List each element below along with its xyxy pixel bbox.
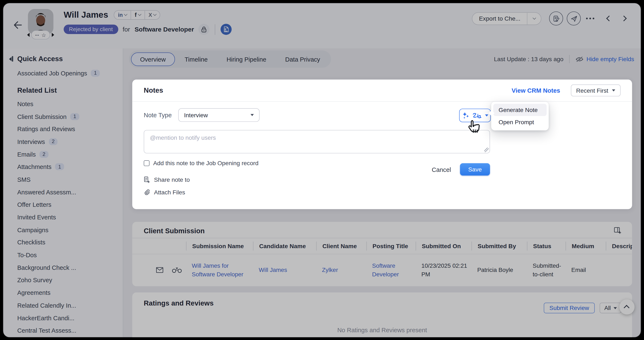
medium-cell: Email [566, 263, 606, 277]
column-header: Posting Title [366, 241, 416, 250]
x-button[interactable]: X [144, 10, 160, 19]
sidebar-item-answered-assessments[interactable]: Answered Assessm... [17, 186, 119, 198]
ratings-reviews-section: Ratings and Reviews Submit Review All No… [132, 292, 632, 337]
export-caret-button[interactable] [527, 13, 541, 24]
tabs: Overview Timeline Hiring Pipeline Data P… [129, 50, 331, 68]
chevron-down-icon [138, 12, 141, 16]
hide-empty-fields-button[interactable]: Hide empty Fields [576, 56, 634, 62]
avatar-next-icon[interactable] [52, 33, 54, 37]
attach-files-button[interactable]: Attach Files [144, 189, 621, 196]
view-submission-icon[interactable] [172, 267, 182, 273]
eye-off-icon [576, 56, 584, 62]
sidebar-item-emails[interactable]: Emails2 [17, 148, 119, 161]
sidebar-item-campaigns[interactable]: Campaigns [17, 223, 119, 236]
previous-record-button[interactable] [606, 15, 612, 21]
sidebar-item-checklists[interactable]: Checklists [17, 236, 119, 249]
content-scroll-area: Notes View CRM Notes Recent First Note T… [123, 70, 641, 337]
resume-button[interactable] [221, 24, 232, 35]
sidebar-item-background-check[interactable]: Background Check ... [17, 261, 119, 274]
client-submission-title: Client Submission [144, 227, 204, 235]
sidebar-item-attachments[interactable]: Attachments1 [17, 161, 119, 173]
linkedin-button[interactable]: in [114, 10, 130, 19]
sidebar-item-related-calendly[interactable]: Related Calendly In... [17, 299, 119, 312]
hide-empty-fields-label: Hide empty Fields [586, 56, 634, 62]
facebook-icon: f [135, 11, 136, 18]
rating-pill[interactable]: -- ☆ [31, 30, 50, 39]
next-record-button[interactable] [621, 15, 627, 21]
caret-down-icon [485, 114, 488, 116]
collapse-sidebar-icon[interactable] [9, 56, 13, 61]
note-type-select[interactable]: Interview [178, 108, 260, 122]
add-to-job-opening-checkbox[interactable] [144, 160, 150, 166]
paperclip-icon [144, 189, 150, 196]
cancel-button[interactable]: Cancel [432, 166, 451, 173]
back-button[interactable] [12, 20, 23, 30]
sidebar-item-label: Background Check ... [17, 264, 76, 271]
facebook-button[interactable]: f [130, 10, 144, 19]
scroll-to-top-button[interactable] [620, 300, 634, 315]
zia-ai-button[interactable] [459, 109, 491, 122]
column-header: Submission Name [186, 241, 253, 250]
sidebar-item-notes[interactable]: Notes [17, 98, 119, 110]
submission-name-link[interactable]: Will James for Software Developer [186, 259, 253, 281]
count-badge: 1 [55, 163, 64, 170]
candidate-name: Will James [64, 10, 108, 20]
submit-review-button[interactable]: Submit Review [544, 303, 595, 313]
sidebar-item-label: Associated Job Openings [17, 70, 87, 76]
sidebar-item-label: Invited Events [17, 214, 56, 221]
compose-note-button[interactable] [549, 11, 563, 25]
sidebar-item-interviews[interactable]: Interviews2 [17, 135, 119, 148]
tab-timeline[interactable]: Timeline [176, 52, 216, 66]
send-icon [570, 15, 577, 22]
sidebar-item-to-dos[interactable]: To-Dos [17, 249, 119, 261]
note-type-label: Note Type [144, 112, 172, 119]
menu-item-open-prompt[interactable]: Open Prompt [493, 116, 547, 128]
lock-button[interactable] [198, 24, 210, 35]
candidate-name-link[interactable]: Will James [253, 263, 316, 277]
chevron-down-icon [124, 12, 128, 16]
export-split-button[interactable]: Export to Che... [472, 12, 541, 25]
more-actions-button[interactable] [586, 18, 594, 19]
share-note-button[interactable]: Share note to [144, 176, 621, 183]
sidebar-item-agreements[interactable]: Agreements [17, 286, 119, 299]
divider [569, 55, 570, 63]
main-panel: Overview Timeline Hiring Pipeline Data P… [123, 48, 641, 337]
sidebar-item-ratings-and-reviews[interactable]: Ratings and Reviews [17, 123, 119, 135]
table-columns-icon [614, 226, 622, 234]
sidebar-item-offer-letters[interactable]: Offer Letters [17, 198, 119, 211]
sidebar-item-invited-events[interactable]: Invited Events [17, 211, 119, 223]
share-note-icon [144, 176, 150, 183]
email-icon[interactable] [156, 267, 163, 273]
ratings-filter-dropdown[interactable]: All [600, 303, 622, 313]
send-mail-button[interactable] [567, 11, 581, 25]
count-badge: 1 [91, 70, 100, 76]
sidebar-item-sms[interactable]: SMS [17, 173, 119, 186]
sort-order-dropdown[interactable]: Recent First [571, 84, 620, 96]
posting-title-link[interactable]: Software Developer [366, 259, 416, 281]
sidebar-item-associated-job-openings[interactable]: Associated Job Openings 1 [17, 67, 119, 79]
tab-overview[interactable]: Overview [131, 52, 175, 66]
sidebar-item-hackerearth[interactable]: HackerEarth Candi... [17, 312, 119, 324]
sidebar-item-label: Answered Assessm... [17, 188, 76, 195]
save-button[interactable]: Save [460, 163, 490, 176]
tab-hiring-pipeline[interactable]: Hiring Pipeline [218, 52, 276, 66]
app-window: -- ☆ Will James in f X [3, 3, 641, 337]
avatar-prev-icon[interactable] [27, 33, 30, 37]
sidebar-item-zoho-survey[interactable]: Zoho Survey [17, 274, 119, 286]
sidebar-item-label: Zoho Survey [17, 277, 52, 284]
sidebar-item-central-test[interactable]: Central Test Assess... [17, 324, 119, 337]
client-name-link[interactable]: Zylker [316, 263, 366, 277]
menu-item-generate-note[interactable]: Generate Note [493, 104, 547, 116]
record-header: -- ☆ Will James in f X [3, 3, 641, 48]
candidate-avatar[interactable]: -- ☆ [28, 9, 54, 34]
view-crm-notes-link[interactable]: View CRM Notes [512, 87, 560, 94]
note-input[interactable] [144, 130, 490, 153]
sidebar-item-label: Notes [17, 100, 33, 107]
star-icon[interactable]: ☆ [41, 32, 46, 37]
notes-title: Notes [144, 86, 163, 95]
sparkles-icon [462, 112, 470, 119]
manage-columns-button[interactable] [614, 226, 622, 236]
column-header: Medium [566, 241, 606, 250]
sidebar-item-client-submission[interactable]: Client Submission1 [17, 110, 119, 123]
tab-data-privacy[interactable]: Data Privacy [276, 52, 329, 66]
